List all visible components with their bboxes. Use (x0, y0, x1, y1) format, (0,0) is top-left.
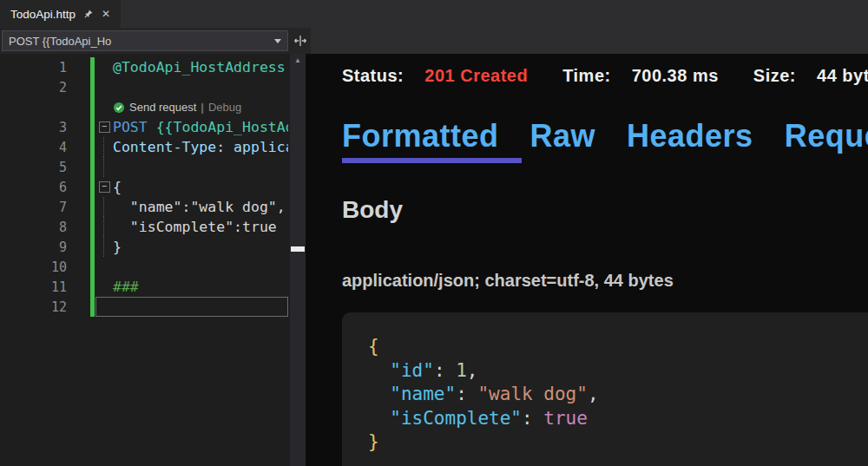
scrollbar-thumb[interactable] (291, 246, 305, 252)
fold-column (95, 237, 113, 257)
request-selector-value: POST {{TodoApi_Ho (9, 35, 269, 48)
json-line: { (368, 335, 868, 359)
line-number: 3 (0, 120, 69, 135)
code-text: ### (113, 279, 139, 295)
code-token: { (368, 336, 379, 357)
response-pane: Status: 201 Created Time: 700.38 ms Size… (306, 54, 868, 466)
line-number: 11 (0, 279, 69, 295)
fold-column (95, 137, 113, 157)
editor-line-body: "name":"walk dog", (95, 197, 288, 217)
size-value: 44 bytes (817, 66, 868, 86)
pin-icon[interactable] (83, 9, 94, 19)
status-label: Status: (342, 66, 404, 86)
editor-line[interactable]: 12 (0, 297, 306, 317)
editor-line-body: } (95, 237, 288, 257)
line-number: 6 (0, 180, 69, 195)
fold-column (95, 97, 113, 117)
code-token: : (216, 139, 233, 155)
json-body: { "id": 1, "name": "walk dog", "isComple… (368, 335, 868, 455)
editor-line[interactable]: 7 "name":"walk dog", (0, 197, 306, 217)
code-token: } (368, 431, 379, 452)
code-token: "name":"walk dog", (113, 199, 286, 215)
code-token: "isComplete" (390, 408, 522, 429)
code-token: "name" (390, 384, 456, 404)
editor-line[interactable]: 1@TodoApi_HostAddress (0, 57, 306, 77)
response-body-card: { "id": 1, "name": "walk dog", "isComple… (342, 312, 868, 466)
editor-line-body (95, 157, 288, 177)
editor-line[interactable]: 10 (0, 257, 306, 277)
code-token: { (113, 179, 122, 195)
fold-collapse-icon[interactable]: − (95, 117, 113, 137)
visual-studio-window: TodoApi.http ✕ POST {{TodoApi_Ho 1@TodoA… (0, 0, 868, 466)
fold-column (95, 217, 113, 237)
debug-link[interactable]: Debug (208, 101, 241, 114)
code-text: "name":"walk dog", (113, 199, 286, 215)
response-tab-request[interactable]: Request (785, 118, 868, 154)
editor-line-body (95, 297, 288, 317)
editor-line[interactable]: 5 (0, 157, 306, 177)
send-request-link[interactable]: Send request (129, 101, 196, 114)
editor-line[interactable]: 11### (0, 277, 306, 297)
document-tab-bar: TodoApi.http ✕ (0, 0, 868, 28)
code-token: "walk dog" (477, 384, 587, 404)
codelens-divider: | (201, 101, 204, 114)
line-number: 1 (0, 60, 69, 75)
editor-pane[interactable]: 1@TodoApi_HostAddress23−POST {{TodoApi_H… (0, 54, 306, 466)
scroll-up-icon[interactable]: ▲ (290, 56, 306, 64)
editor-line[interactable]: 2 (0, 77, 306, 97)
editor-line[interactable]: 6−{ (0, 177, 306, 197)
fold-column (95, 197, 113, 217)
fold-column (96, 298, 114, 316)
time-label: Time: (562, 66, 610, 86)
code-token: Content-Type (113, 139, 216, 155)
size-label: Size: (753, 66, 796, 86)
code-token (368, 384, 390, 404)
line-number: 9 (0, 240, 69, 255)
line-number: 4 (0, 140, 69, 155)
content-type-line: application/json; charset=utf-8, 44 byte… (342, 271, 674, 291)
fold-column (95, 157, 113, 177)
tab-todoapi-http[interactable]: TodoApi.http ✕ (0, 0, 121, 28)
code-token: , (467, 360, 478, 381)
code-text: { (113, 179, 122, 195)
editor-lines: 1@TodoApi_HostAddress23−POST {{TodoApi_H… (0, 57, 306, 317)
split-toggle-icon[interactable] (293, 34, 307, 48)
line-number: 12 (0, 299, 69, 315)
response-tabs: FormattedRawHeadersRequest (342, 118, 868, 154)
response-tab-raw[interactable]: Raw (530, 118, 596, 154)
editor-line-body: "isComplete":true (95, 217, 288, 237)
editor-line[interactable]: 9} (0, 237, 306, 257)
code-text: POST {{TodoApi_HostAd (113, 119, 288, 135)
json-line: } (368, 430, 868, 455)
line-number: 10 (0, 259, 69, 275)
code-token: : (456, 384, 477, 404)
codelens: Send request | Debug (113, 97, 241, 117)
line-number: 5 (0, 160, 69, 175)
editor-line[interactable]: 8 "isComplete":true (0, 217, 306, 237)
close-icon[interactable]: ✕ (102, 9, 110, 19)
code-token: "id" (390, 360, 434, 381)
code-token: 1 (456, 360, 467, 381)
time-value: 700.38 ms (632, 66, 719, 86)
modified-lines-indicator (90, 57, 95, 317)
response-tab-formatted[interactable]: Formatted (342, 118, 499, 154)
code-text: Content-Type: applicat (113, 139, 288, 155)
json-line: "name": "walk dog", (368, 383, 868, 407)
request-selector[interactable]: POST {{TodoApi_Ho (2, 30, 288, 51)
editor-line[interactable]: 3−POST {{TodoApi_HostAd (0, 117, 306, 137)
editor-line-body: @TodoApi_HostAddress (95, 57, 288, 77)
code-token: } (113, 239, 122, 255)
fold-column (95, 57, 113, 77)
editor-line-body: Content-Type: applicat (95, 137, 288, 157)
editor-line[interactable]: 4Content-Type: applicat (0, 137, 306, 157)
code-token (368, 360, 390, 381)
editor-scrollbar[interactable]: ▲ (290, 54, 306, 466)
fold-collapse-icon[interactable]: − (95, 177, 113, 197)
tab-title: TodoApi.http (10, 8, 76, 21)
code-token: "isComplete":true (113, 219, 277, 235)
code-token: POST (113, 119, 156, 135)
code-token: {{TodoApi_HostAd (156, 119, 288, 135)
check-circle-icon (113, 102, 125, 114)
fold-column (95, 257, 113, 277)
response-tab-headers[interactable]: Headers (627, 118, 753, 154)
